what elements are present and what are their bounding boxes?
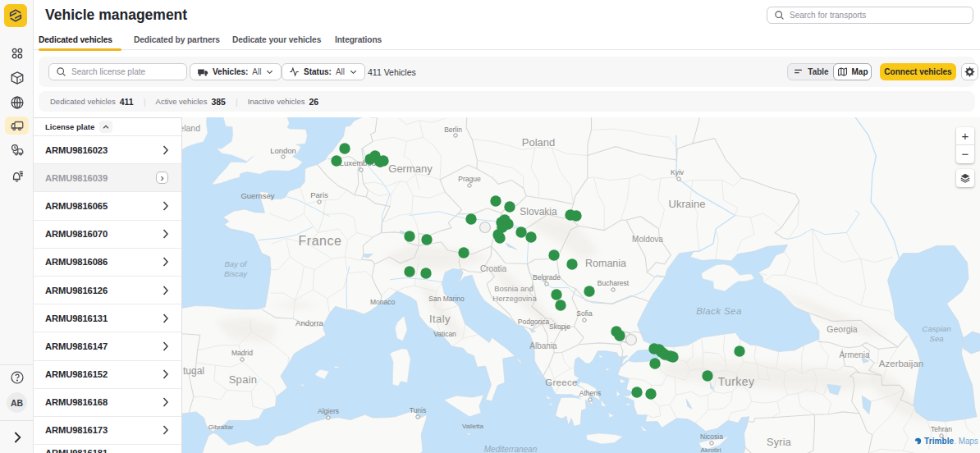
svg-text:Black Sea: Black Sea <box>696 306 741 316</box>
svg-text:Bosnia and: Bosnia and <box>494 284 534 293</box>
svg-text:Prague: Prague <box>458 175 481 183</box>
svg-text:Skopje: Skopje <box>549 323 570 331</box>
svg-text:Moldova: Moldova <box>632 235 663 244</box>
svg-text:Gibraltar: Gibraltar <box>208 423 234 431</box>
svg-text:Tehran: Tehran <box>931 425 952 433</box>
svg-text:Madrid: Madrid <box>231 349 253 357</box>
svg-text:Italy: Italy <box>429 313 451 325</box>
svg-text:France: France <box>299 234 342 248</box>
svg-text:Belgrade: Belgrade <box>533 273 561 281</box>
svg-text:Bay of: Bay of <box>225 259 248 268</box>
svg-text:Mediterranean: Mediterranean <box>484 445 538 453</box>
svg-text:Syria: Syria <box>767 437 791 448</box>
svg-text:Georgia: Georgia <box>827 324 858 334</box>
svg-text:Armenia: Armenia <box>839 350 870 359</box>
svg-text:Akrotiri: Akrotiri <box>701 446 721 453</box>
svg-text:Vatican: Vatican <box>433 330 456 338</box>
svg-text:Spain: Spain <box>229 373 258 386</box>
svg-text:Biscay: Biscay <box>224 269 248 278</box>
svg-text:Guernsey: Guernsey <box>240 191 274 200</box>
svg-text:Albania: Albania <box>529 341 557 350</box>
svg-text:Croatia: Croatia <box>480 264 507 273</box>
svg-text:Tunis: Tunis <box>410 406 426 414</box>
svg-text:tugal: tugal <box>183 365 204 377</box>
svg-text:Bucharest: Bucharest <box>598 279 630 287</box>
svg-text:Paris: Paris <box>310 190 328 199</box>
svg-text:Valletta: Valletta <box>462 423 484 430</box>
svg-text:Herzegovina: Herzegovina <box>492 294 537 303</box>
svg-text:San Marino: San Marino <box>428 295 465 303</box>
svg-text:Poland: Poland <box>522 136 555 149</box>
svg-text:Sofia: Sofia <box>576 309 593 318</box>
svg-text:Ukraine: Ukraine <box>669 198 706 210</box>
svg-text:London: London <box>270 146 296 155</box>
svg-text:Andorra: Andorra <box>295 318 324 327</box>
svg-text:Nicosia: Nicosia <box>700 432 723 441</box>
svg-text:Azerbaijan: Azerbaijan <box>879 359 923 368</box>
svg-text:Kyiv: Kyiv <box>671 168 685 176</box>
svg-text:Romania: Romania <box>585 258 626 269</box>
svg-text:Athens: Athens <box>579 389 601 397</box>
svg-text:Berlin: Berlin <box>444 126 462 134</box>
svg-text:Algiers: Algiers <box>318 407 339 415</box>
svg-text:Turkey: Turkey <box>718 375 755 388</box>
svg-text:Podgorica: Podgorica <box>518 318 550 326</box>
svg-text:Monaco: Monaco <box>370 298 396 306</box>
svg-text:Greece: Greece <box>545 378 578 387</box>
svg-text:Slovakia: Slovakia <box>520 206 557 217</box>
svg-text:Ireland: Ireland <box>182 123 200 133</box>
svg-text:Sea: Sea <box>930 334 944 343</box>
svg-text:Caspian: Caspian <box>923 324 951 333</box>
svg-text:Germany: Germany <box>388 162 433 175</box>
